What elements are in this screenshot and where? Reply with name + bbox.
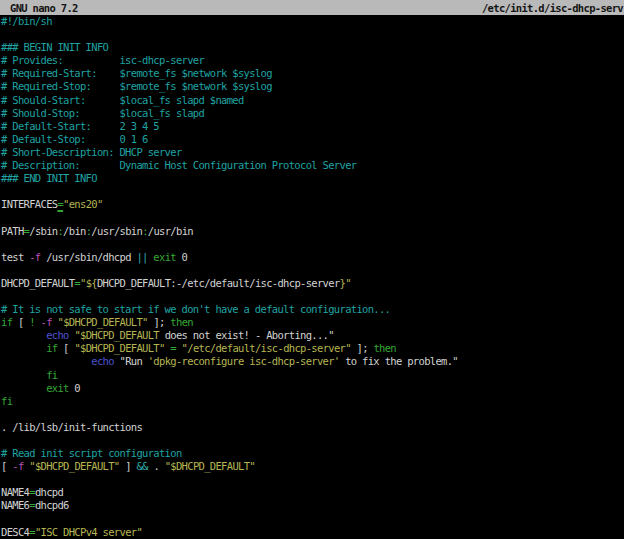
code-line: # Read init script configuration: [0, 447, 624, 460]
code-segment: -f: [12, 460, 23, 472]
code-segment: "$DHCPD_DEFAULT: [74, 329, 159, 341]
code-segment: [: [57, 342, 74, 354]
code-segment: "$DHCPD_DEFAULT": [165, 460, 255, 472]
code-line: [0, 513, 624, 526]
code-line: fi: [0, 395, 624, 408]
code-segment: [1, 382, 46, 394]
code-segment: INTERFACES: [1, 198, 57, 210]
code-line: [0, 28, 624, 41]
code-line: [ -f "$DHCPD_DEFAULT" ] && . "$DHCPD_DEF…: [0, 460, 624, 473]
code-line: # Description: Dynamic Host Configuratio…: [0, 159, 624, 172]
code-line: [0, 408, 624, 421]
code-line: # Default-Stop: 0 1 6: [0, 133, 624, 146]
code-segment: 0: [69, 382, 80, 394]
code-segment: ||: [136, 251, 147, 263]
code-line: # Default-Start: 2 3 4 5: [0, 120, 624, 133]
code-segment: "/etc/default/isc-dhcp-server": [182, 342, 351, 354]
code-segment: does not exist! - Aborting...": [159, 329, 334, 341]
code-segment: # Required-Stop: $remote_fs $network $sy…: [1, 80, 272, 92]
code-segment: -f: [41, 316, 52, 328]
code-segment: ]: [120, 460, 137, 472]
code-segment: exit: [148, 251, 176, 263]
code-line: # Should-Start: $local_fs slapd $named: [0, 94, 624, 107]
code-line: [0, 290, 624, 303]
code-line: [0, 264, 624, 277]
app-version-label: GNU nano 7.2: [0, 2, 78, 14]
code-segment: "$DHCPD_DEFAULT": [58, 316, 148, 328]
code-segment: test: [1, 251, 29, 263]
code-segment: /usr/sbin: [91, 225, 142, 237]
nano-editor-window: GNU nano 7.2 /etc/init.d/isc-dhcp-serv #…: [0, 0, 624, 539]
code-line: ### BEGIN INIT INFO: [0, 41, 624, 54]
code-segment: "$DHCPD_DEFAULT": [29, 460, 119, 472]
code-segment: NAME4: [1, 486, 29, 498]
code-segment: fi: [46, 369, 57, 381]
code-segment: # Should-Start: $local_fs slapd $named: [1, 94, 244, 106]
code-line: [0, 211, 624, 224]
code-segment: /sbin: [29, 225, 57, 237]
code-segment: 'dpkg-reconfigure isc-dhcp-server': [148, 355, 340, 367]
code-line: ### END INIT INFO: [0, 172, 624, 185]
code-segment: [1, 369, 46, 381]
code-segment: # Provides: isc-dhcp-server: [1, 54, 204, 66]
code-segment: 0: [176, 251, 187, 263]
code-segment: fi: [1, 395, 12, 407]
code-segment: "ISC DHCPv4 server": [35, 526, 142, 538]
code-segment: /usr/sbin/dhcpd: [41, 251, 137, 263]
code-segment: then: [373, 342, 396, 354]
code-segment: dhcpd6: [35, 499, 69, 511]
code-segment: # Short-Description: DHCP server: [1, 146, 182, 158]
code-segment: # It is not safe to start if we don't ha…: [1, 303, 390, 315]
code-segment: }": [340, 277, 351, 289]
code-segment: DHCPD_DEFAULT: [1, 277, 74, 289]
code-line: echo "Run 'dpkg-reconfigure isc-dhcp-ser…: [0, 355, 624, 368]
code-segment: # Default-Stop: 0 1 6: [1, 133, 148, 145]
code-segment: "$DHCPD_DEFAULT": [74, 342, 164, 354]
code-segment: # Description: Dynamic Host Configuratio…: [1, 159, 356, 171]
code-line: fi: [0, 369, 624, 382]
code-line: # Short-Description: DHCP server: [0, 146, 624, 159]
code-segment: echo: [46, 329, 69, 341]
editor-buffer[interactable]: #!/bin/sh### BEGIN INIT INFO# Provides: …: [0, 15, 624, 539]
code-segment: ### END INIT INFO: [1, 172, 97, 184]
code-segment: [: [12, 316, 29, 328]
code-segment: ];: [148, 316, 171, 328]
code-line: DHCPD_DEFAULT="${DHCPD_DEFAULT:-/etc/def…: [0, 277, 624, 290]
code-line: test -f /usr/sbin/dhcpd || exit 0: [0, 251, 624, 264]
code-segment: .: [148, 460, 165, 472]
nano-titlebar: GNU nano 7.2 /etc/init.d/isc-dhcp-serv: [0, 0, 624, 15]
code-line: [0, 238, 624, 251]
code-segment: "${: [80, 277, 97, 289]
code-line: . /lib/lsb/init-functions: [0, 421, 624, 434]
code-segment: /bin: [63, 225, 86, 237]
code-line: INTERFACES="ens20": [0, 198, 624, 211]
code-segment: #!/bin/sh: [1, 15, 52, 27]
code-segment: dhcpd: [35, 486, 63, 498]
code-line: PATH=/sbin:/bin:/usr/sbin:/usr/bin: [0, 225, 624, 238]
code-segment: # Required-Start: $remote_fs $network $s…: [1, 67, 272, 79]
code-line: [0, 473, 624, 486]
code-line: exit 0: [0, 382, 624, 395]
code-segment: to fix the problem.": [340, 355, 458, 367]
code-segment: PATH: [1, 225, 24, 237]
code-segment: if: [46, 342, 57, 354]
code-line: # Required-Stop: $remote_fs $network $sy…: [0, 80, 624, 93]
code-segment: echo: [91, 355, 114, 367]
code-line: # Required-Start: $remote_fs $network $s…: [0, 67, 624, 80]
code-segment: -f: [29, 251, 40, 263]
code-line: # Should-Stop: $local_fs slapd: [0, 107, 624, 120]
code-line: NAME4=dhcpd: [0, 486, 624, 499]
code-segment: [1, 355, 91, 367]
code-segment: # Default-Start: 2 3 4 5: [1, 120, 159, 132]
code-segment: /usr/bin: [148, 225, 193, 237]
file-path-label: /etc/init.d/isc-dhcp-serv: [482, 2, 624, 14]
code-segment: [: [1, 460, 12, 472]
code-line: [0, 434, 624, 447]
code-segment: if: [1, 316, 12, 328]
code-line: if [ "$DHCPD_DEFAULT" = "/etc/default/is…: [0, 342, 624, 355]
code-line: NAME6=dhcpd6: [0, 499, 624, 512]
code-segment: # Read init script configuration: [1, 447, 182, 459]
code-line: [0, 185, 624, 198]
code-line: DESC4="ISC DHCPv4 server": [0, 526, 624, 539]
code-segment: NAME6: [1, 499, 29, 511]
